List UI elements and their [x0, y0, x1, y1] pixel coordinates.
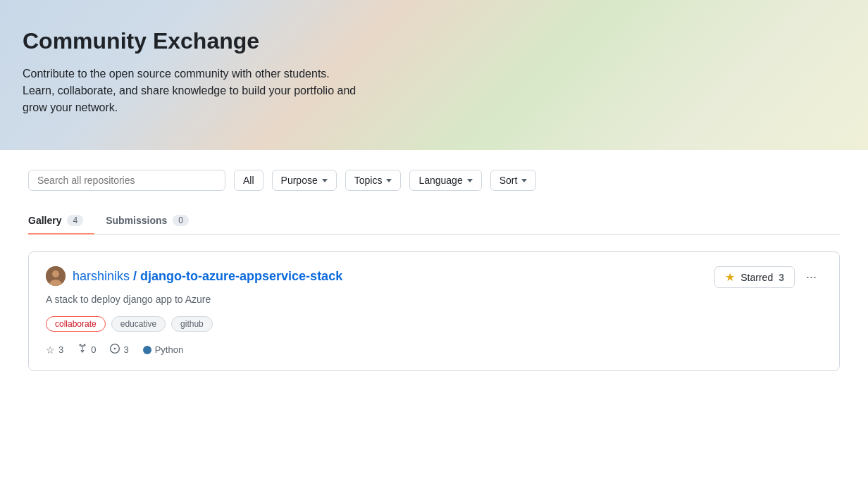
tabs-bar: Gallery 4 Submissions 0 [28, 208, 840, 235]
language-label: Language [418, 175, 462, 186]
stat-stars: ☆ 3 [46, 344, 63, 356]
tab-gallery-label: Gallery [28, 215, 61, 226]
repo-header: harshiniks / django-to-azure-appservice-… [46, 266, 822, 288]
tab-gallery[interactable]: Gallery 4 [28, 208, 94, 235]
repo-description: A stack to deploy django app to Azure [46, 294, 822, 305]
chevron-down-icon [521, 179, 527, 182]
chevron-down-icon [386, 179, 392, 182]
repo-stats: ☆ 3 0 3 [46, 343, 822, 356]
issue-icon [110, 344, 120, 356]
repo-separator: / [133, 269, 140, 283]
starred-button[interactable]: ★ Starred 3 [714, 266, 795, 288]
repo-tags: collaborate educative github [46, 316, 822, 332]
repo-card: harshiniks / django-to-azure-appservice-… [28, 251, 840, 371]
language-name: Python [155, 344, 183, 355]
ellipsis-icon: ··· [806, 270, 817, 284]
topics-label: Topics [354, 175, 383, 186]
repo-link[interactable]: harshiniks / django-to-azure-appservice-… [73, 269, 342, 284]
hero-description: Contribute to the open source community … [23, 65, 361, 116]
svg-point-1 [52, 270, 59, 277]
fork-count: 0 [91, 344, 96, 355]
purpose-label: Purpose [281, 175, 318, 186]
issue-count: 3 [123, 344, 128, 355]
starred-label: Starred [740, 272, 773, 283]
stat-forks: 0 [78, 343, 96, 356]
tag-github[interactable]: github [171, 316, 213, 332]
star-count: 3 [58, 344, 63, 355]
all-filter-button[interactable]: All [234, 170, 264, 191]
chevron-down-icon [322, 179, 328, 182]
hero-banner: Community Exchange Contribute to the ope… [0, 0, 868, 150]
star-outline-icon: ☆ [46, 344, 55, 356]
repo-actions: ★ Starred 3 ··· [714, 266, 822, 288]
purpose-filter-button[interactable]: Purpose [272, 170, 337, 191]
repo-name: django-to-azure-appservice-stack [140, 269, 342, 283]
tab-gallery-count: 4 [67, 215, 83, 226]
stat-issues: 3 [110, 344, 128, 356]
stat-language: Python [143, 344, 183, 355]
avatar [46, 266, 66, 286]
language-color-dot [143, 346, 151, 354]
fork-icon [78, 343, 87, 356]
filter-bar: All Purpose Topics Language Sort [28, 150, 840, 208]
repo-title-row: harshiniks / django-to-azure-appservice-… [46, 266, 342, 286]
tab-submissions[interactable]: Submissions 0 [94, 208, 200, 235]
star-filled-icon: ★ [725, 270, 735, 284]
more-options-button[interactable]: ··· [800, 266, 822, 288]
search-input[interactable] [28, 170, 225, 191]
sort-label: Sort [500, 175, 518, 186]
tag-educative[interactable]: educative [111, 316, 166, 332]
tag-collaborate[interactable]: collaborate [46, 316, 106, 332]
sort-filter-button[interactable]: Sort [490, 170, 537, 191]
tab-submissions-label: Submissions [106, 215, 167, 226]
language-filter-button[interactable]: Language [409, 170, 481, 191]
starred-count: 3 [779, 272, 784, 283]
user-avatar-image [46, 266, 66, 286]
chevron-down-icon [467, 179, 473, 182]
main-content: All Purpose Topics Language Sort Gallery… [11, 150, 857, 371]
hero-title: Community Exchange [23, 28, 845, 54]
tab-submissions-count: 0 [173, 215, 189, 226]
topics-filter-button[interactable]: Topics [345, 170, 402, 191]
repo-owner: harshiniks [73, 269, 130, 283]
